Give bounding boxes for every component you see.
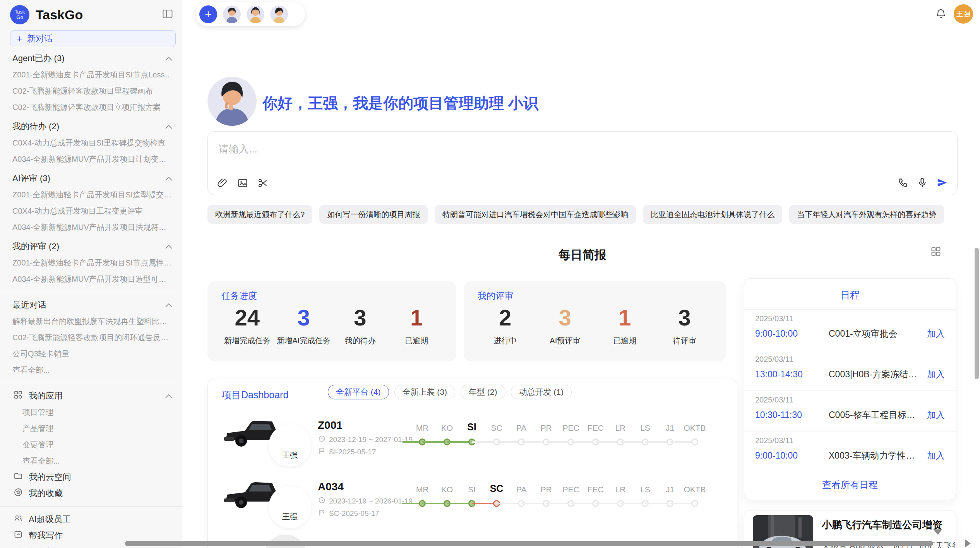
- chevron-up-icon[interactable]: [165, 300, 173, 310]
- section-header-agent-done[interactable]: Agent已办 (3): [0, 50, 182, 67]
- sidebar-item[interactable]: Z001-全新燃油轻卡产品开发项目SI造型提交物评审: [0, 187, 182, 203]
- section-header-my-review[interactable]: 我的评审 (2): [0, 238, 182, 255]
- sidebar-toggle-icon[interactable]: [163, 9, 173, 20]
- chevron-up-icon[interactable]: [165, 391, 173, 401]
- sidebar-item[interactable]: C02-飞腾新能源轻客改款项目里程碑画布: [0, 83, 182, 99]
- flag-icon: [319, 509, 325, 518]
- scissors-icon[interactable]: [257, 178, 268, 188]
- milestone: LS: [633, 483, 658, 494]
- view-all-label: 查看全部...: [22, 456, 60, 466]
- schedule-time: 9:00-10:00: [755, 329, 829, 339]
- users-icon: [14, 514, 22, 525]
- view-all-schedule-link[interactable]: 查看所有日程: [744, 479, 956, 500]
- chevron-up-icon[interactable]: [165, 173, 173, 183]
- join-button[interactable]: 加入: [927, 368, 945, 380]
- sidebar-item-ai-employee[interactable]: AI超级员工: [0, 511, 182, 527]
- sidebar-item[interactable]: C0X4-动力总成开发项目工程变更评审: [0, 203, 182, 219]
- join-button[interactable]: 加入: [927, 328, 945, 340]
- app-item-label: 变更管理: [22, 440, 53, 450]
- join-button[interactable]: 加入: [927, 450, 945, 462]
- sidebar-item-my-apps[interactable]: 我的应用: [0, 388, 182, 404]
- new-chat-button[interactable]: + 新对话: [10, 30, 176, 47]
- section-header-ai-review[interactable]: AI评审 (3): [0, 170, 182, 187]
- sidebar-item[interactable]: A034-全新新能源MUV产品开发项目造型可行性评审: [0, 271, 182, 287]
- milestone: KO: [435, 483, 459, 494]
- attachment-icon[interactable]: [217, 178, 228, 188]
- sidebar-item-label: C0X4-动力总成开发项目SI里程碑提交物检查: [12, 138, 166, 148]
- dashboard-title: 项目Dashboard: [222, 389, 288, 401]
- sidebar-item[interactable]: C0X4-动力总成开发项目SI里程碑提交物检查: [0, 135, 182, 151]
- phone-icon[interactable]: [898, 177, 908, 188]
- sidebar-item[interactable]: Z001-全新燃油皮卡产品开发项目SI节点Lesson Learn报告: [0, 67, 182, 83]
- sidebar-item[interactable]: Z001-全新燃油轻卡产品开发项目SI节点属性5D文件评审: [0, 255, 182, 271]
- apps-view-all[interactable]: 查看全部...: [0, 453, 182, 469]
- stat-label: 新增完成任务: [219, 336, 276, 346]
- milestone: SI: [459, 421, 484, 433]
- chevron-up-icon[interactable]: [165, 241, 173, 252]
- horizontal-scrollbar[interactable]: [125, 541, 933, 546]
- recent-item[interactable]: 解释最新出台的欧盟报废车法规再生塑料比例被调至15%...: [0, 313, 182, 329]
- vertical-scrollbar[interactable]: [975, 248, 979, 379]
- add-session-button[interactable]: +: [199, 5, 217, 23]
- user-avatar[interactable]: 王强: [954, 4, 973, 24]
- milestone-date: SC-2025-05-17: [329, 509, 379, 518]
- tab-new-body[interactable]: 全新上装 (3): [394, 385, 456, 399]
- recent-item[interactable]: 公司Q3轻卡销量: [0, 346, 182, 362]
- recent-view-all[interactable]: 查看全部...: [0, 362, 182, 378]
- image-icon[interactable]: [237, 178, 248, 188]
- tab-powertrain[interactable]: 动总开发 (1): [511, 385, 572, 399]
- chevron-up-icon[interactable]: [165, 122, 173, 132]
- app-item-project-mgmt[interactable]: 项目管理: [0, 404, 182, 420]
- milestone: PEC: [559, 421, 583, 433]
- session-avatar-3[interactable]: [270, 5, 288, 23]
- milestone: KO: [435, 421, 459, 433]
- schedule-time: 10:30-11:30: [755, 410, 829, 420]
- session-avatar-1[interactable]: [223, 5, 241, 23]
- milestone-track: MR KO SI SC PA PR PEC FEC LR LS J1 OKTB: [410, 421, 707, 433]
- app-item-product-mgmt[interactable]: 产品管理: [0, 420, 182, 437]
- app-item-label: 项目管理: [22, 407, 53, 418]
- schedule-time: 13:00-14:30: [755, 369, 829, 380]
- app-item-change-mgmt[interactable]: 变更管理: [0, 437, 182, 453]
- suggestion-chip[interactable]: 欧洲新规最近颁布了什么?: [207, 205, 312, 224]
- microphone-icon[interactable]: [917, 177, 928, 188]
- scroll-right-arrow[interactable]: [965, 539, 971, 547]
- stat-label: 已逾期: [595, 336, 655, 346]
- project-owner-chip: 王强: [269, 486, 311, 528]
- section-header-recent[interactable]: 最近对话: [0, 297, 182, 313]
- project-dates: 2023-12-19 ~ 2026-01-19: [319, 497, 413, 505]
- tab-model-year[interactable]: 年型 (2): [461, 385, 505, 399]
- scroll-down-arrow[interactable]: [934, 529, 942, 535]
- suggestion-chip[interactable]: 特朗普可能对进口汽车增税会对中国车企造成哪些影响: [435, 205, 636, 224]
- project-row-a034[interactable]: 王强 A034 2023-12-19 ~ 2026-01-19 SC-2025-…: [208, 477, 737, 541]
- sidebar-item[interactable]: C02-飞腾新能源轻客改款项目立项汇报方案: [0, 99, 182, 115]
- task-progress-card: 任务进度 24 新增完成任务 3 新增AI完成任务 3 我的待办 1 已逾期: [207, 281, 456, 361]
- sidebar-item-label: C0X4-动力总成开发项目工程变更评审: [12, 206, 143, 216]
- project-row-z001[interactable]: 王强 Z001 2023-12-19 ~ 2027-01-19 SI-2025-…: [208, 415, 737, 479]
- section-header-my-todo[interactable]: 我的待办 (2): [0, 118, 182, 135]
- notification-bell-icon[interactable]: [936, 9, 946, 21]
- suggestion-chip[interactable]: 比亚迪全固态电池计划具体说了什么: [643, 205, 782, 224]
- project-owner-chip: 王强: [269, 424, 311, 467]
- suggestion-chip[interactable]: 如何写一份清晰的项目周报: [319, 205, 428, 224]
- tab-new-platform[interactable]: 全新平台 (4): [328, 385, 389, 399]
- stat-in-progress: 2 进行中: [475, 305, 535, 346]
- sidebar-item[interactable]: A034-全新新能源MUV产品开发项目计划变更表编写: [0, 151, 182, 167]
- chat-input-box[interactable]: 请输入...: [207, 131, 958, 195]
- sidebar-item-favorites[interactable]: 我的收藏: [0, 485, 182, 502]
- session-avatar-2[interactable]: [247, 5, 264, 23]
- milestone-dot: [691, 500, 698, 507]
- suggestion-chip[interactable]: 当下年轻人对汽车外观有怎样的喜好趋势: [789, 205, 944, 224]
- stat-overdue: 1 已逾期: [388, 305, 445, 346]
- chevron-up-icon[interactable]: [165, 53, 173, 63]
- send-icon[interactable]: [936, 177, 948, 188]
- sidebar-item-cloud-space[interactable]: 我的云空间: [0, 469, 182, 485]
- milestone: PR: [534, 421, 559, 433]
- schedule-date: 2025/03/11: [755, 396, 945, 404]
- recent-item[interactable]: C02-飞腾新能源轻客改款项目的闭环通告反馈情况: [0, 329, 182, 346]
- layout-grid-icon[interactable]: [930, 246, 941, 259]
- sidebar-item-label: A034-全新新能源MUV产品开发项目法规符合性评审: [12, 222, 173, 233]
- join-button[interactable]: 加入: [927, 409, 945, 421]
- sidebar-item[interactable]: A034-全新新能源MUV产品开发项目法规符合性评审: [0, 219, 182, 235]
- folder-icon: [14, 472, 22, 483]
